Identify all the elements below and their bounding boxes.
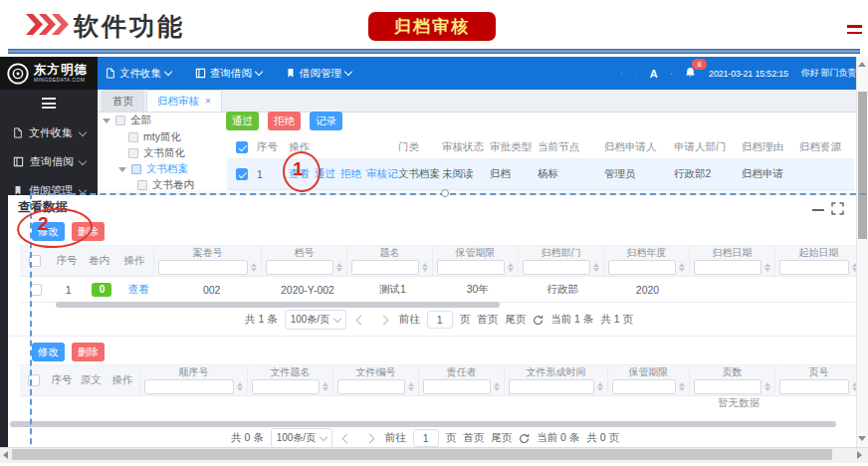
col-header[interactable]: 保管期限 bbox=[628, 366, 668, 377]
tree-checkbox[interactable] bbox=[137, 180, 147, 190]
col-header[interactable]: 序号 bbox=[257, 140, 289, 154]
horizontal-scrollbar-thumb[interactable] bbox=[12, 449, 832, 460]
nav-item-file-collect[interactable]: 文件收集 bbox=[106, 67, 171, 81]
row-checkbox[interactable] bbox=[236, 168, 248, 180]
filter-input[interactable] bbox=[779, 260, 849, 275]
filter-input[interactable] bbox=[612, 379, 676, 394]
shield-icon[interactable] bbox=[636, 68, 637, 80]
fullscreen-icon[interactable] bbox=[831, 202, 844, 215]
refresh-icon[interactable] bbox=[519, 433, 530, 444]
notifications-bell[interactable]: 8 bbox=[685, 65, 696, 83]
col-header[interactable]: 归档理由 bbox=[742, 140, 799, 154]
tree-checkbox[interactable] bbox=[128, 148, 138, 158]
filter-input[interactable] bbox=[337, 379, 405, 394]
page-size-select[interactable]: 100条/页 bbox=[271, 428, 332, 448]
app-logo[interactable]: 东方明德 MINGDEDATA.COM bbox=[0, 57, 98, 90]
filter-input[interactable] bbox=[694, 379, 761, 394]
col-header[interactable]: 页数 bbox=[722, 366, 742, 377]
sort-icon[interactable] bbox=[422, 263, 428, 272]
page-number-input[interactable] bbox=[413, 429, 439, 447]
first-page-button[interactable]: 首页 bbox=[477, 313, 498, 327]
edit-button[interactable]: 修改 bbox=[32, 343, 65, 361]
delete-button[interactable]: 删除 bbox=[72, 343, 105, 361]
reject-link[interactable]: 拒绝 bbox=[340, 167, 361, 181]
col-header[interactable]: 操作 bbox=[289, 140, 398, 154]
vertical-scrollbar-thumb[interactable] bbox=[858, 92, 867, 239]
filter-input[interactable] bbox=[158, 260, 248, 275]
sort-icon[interactable] bbox=[408, 382, 414, 391]
font-size-icon[interactable]: A bbox=[650, 68, 658, 80]
scroll-right-arrow[interactable] bbox=[857, 451, 862, 459]
col-header[interactable]: 当前节点 bbox=[538, 140, 604, 154]
caret-down-icon[interactable] bbox=[118, 167, 126, 172]
tree-node-wenshu-jianhua[interactable]: 文书简化 bbox=[128, 146, 185, 160]
edit-button[interactable]: 修改 bbox=[32, 222, 65, 241]
volume-table-row[interactable]: 1 0 查看 002 2020-Y-002 测试1 30年 行政部 2020 bbox=[20, 277, 862, 303]
col-header[interactable]: 起始日期 bbox=[799, 247, 839, 258]
tab-archive-review[interactable]: 归档审核 × bbox=[146, 90, 222, 112]
col-header[interactable]: 归档资源 bbox=[799, 140, 853, 154]
tree-node-wenshu-juannei[interactable]: 文书卷内 bbox=[137, 178, 194, 192]
select-all-checkbox[interactable] bbox=[236, 141, 248, 153]
sort-icon[interactable] bbox=[679, 382, 685, 391]
next-page-button[interactable] bbox=[376, 311, 392, 329]
col-header[interactable]: 页号 bbox=[808, 366, 828, 377]
sort-icon[interactable] bbox=[679, 263, 685, 272]
sort-icon[interactable] bbox=[764, 263, 770, 272]
sort-icon[interactable] bbox=[251, 263, 257, 272]
col-header[interactable]: 申请人部门 bbox=[674, 140, 742, 154]
record-button[interactable]: 记录 bbox=[310, 112, 342, 130]
prev-page-button[interactable] bbox=[353, 311, 369, 329]
next-page-button[interactable] bbox=[362, 429, 378, 447]
sort-icon[interactable] bbox=[597, 382, 603, 391]
minimize-icon[interactable] bbox=[812, 209, 824, 211]
page-number-input[interactable] bbox=[427, 311, 453, 329]
filter-input[interactable] bbox=[252, 379, 320, 394]
col-header[interactable]: 审核状态 bbox=[442, 140, 490, 154]
sort-icon[interactable] bbox=[323, 382, 328, 391]
close-icon[interactable]: × bbox=[205, 96, 211, 107]
select-all-checkbox[interactable] bbox=[28, 374, 40, 386]
h-scrollbar-thumb[interactable] bbox=[10, 421, 836, 427]
approve-button[interactable]: 通过 bbox=[226, 112, 259, 130]
col-header[interactable]: 门类 bbox=[398, 140, 442, 154]
col-header[interactable]: 案卷号 bbox=[193, 247, 223, 258]
nav-item-query-borrow[interactable]: 查询借阅 bbox=[195, 67, 262, 81]
tree-node-mty[interactable]: mty简化 bbox=[128, 130, 181, 144]
filter-input[interactable] bbox=[437, 260, 505, 275]
filter-input[interactable] bbox=[351, 260, 419, 275]
col-header[interactable]: 保管期限 bbox=[456, 247, 496, 258]
filter-input[interactable] bbox=[608, 260, 676, 275]
approve-link[interactable]: 通过 bbox=[315, 167, 335, 181]
user-icon[interactable] bbox=[671, 68, 672, 80]
tree-node-wenshu-dangan[interactable]: 文书档案 bbox=[118, 162, 188, 176]
h-scrollbar-thumb[interactable] bbox=[56, 302, 500, 308]
select-all-checkbox[interactable] bbox=[29, 255, 41, 267]
star-icon[interactable] bbox=[621, 68, 622, 80]
row-checkbox[interactable] bbox=[30, 284, 42, 296]
delete-button[interactable]: 删除 bbox=[72, 222, 105, 241]
sidebar-item-query-borrow[interactable]: 查询借阅 bbox=[0, 147, 98, 176]
tree-checkbox[interactable] bbox=[128, 132, 138, 142]
scroll-down-arrow[interactable] bbox=[858, 436, 866, 441]
col-header[interactable]: 归档年度 bbox=[627, 247, 667, 258]
sort-icon[interactable] bbox=[336, 263, 342, 272]
sort-icon[interactable] bbox=[764, 382, 770, 391]
refresh-icon[interactable] bbox=[533, 315, 543, 326]
caret-down-icon[interactable] bbox=[103, 118, 110, 123]
col-header[interactable]: 归档申请人 bbox=[604, 140, 674, 154]
sort-icon[interactable] bbox=[494, 382, 500, 391]
col-header[interactable]: 文件形成时间 bbox=[526, 366, 585, 377]
col-header[interactable]: 题名 bbox=[380, 247, 400, 258]
sort-icon[interactable] bbox=[593, 263, 599, 272]
view-link[interactable]: 查看 bbox=[289, 167, 310, 181]
col-header[interactable]: 顺序号 bbox=[178, 366, 208, 377]
view-link[interactable]: 查看 bbox=[128, 283, 149, 297]
col-header[interactable]: 档号 bbox=[295, 247, 315, 258]
tree-checkbox[interactable] bbox=[115, 116, 125, 125]
col-header[interactable]: 归档日期 bbox=[713, 247, 753, 258]
scroll-left-arrow[interactable] bbox=[3, 451, 8, 459]
nav-item-borrow-manage[interactable]: 借阅管理 bbox=[286, 67, 351, 81]
filter-input[interactable] bbox=[779, 379, 849, 394]
last-page-button[interactable]: 尾页 bbox=[491, 431, 512, 445]
